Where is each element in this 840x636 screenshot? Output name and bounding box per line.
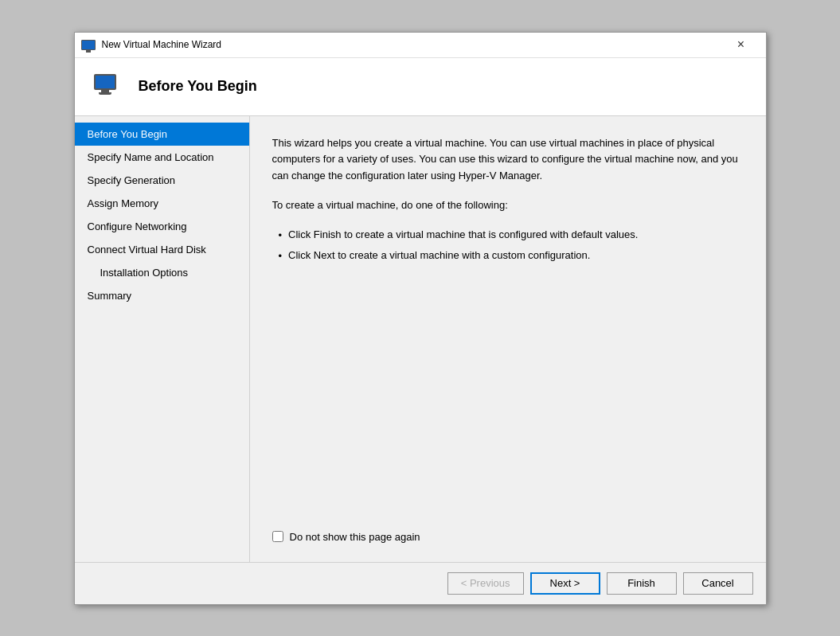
title-bar-left: New Virtual Machine Wizard [81,39,222,50]
bullet-list: • Click Finish to create a virtual machi… [279,227,744,264]
window-icon [81,40,96,50]
wizard-window: New Virtual Machine Wizard × Before You … [74,32,767,605]
bullet-text-1: Click Finish to create a virtual machine… [288,227,638,244]
header-title: Before You Begin [139,78,257,95]
dont-show-label[interactable]: Do not show this page again [290,531,420,543]
bullet-text-2: Click Next to create a virtual machine w… [288,248,590,264]
sidebar-item-specify-generation[interactable]: Specify Generation [75,169,249,192]
main-content: This wizard helps you create a virtual m… [272,135,744,518]
checkbox-area: Do not show this page again [272,518,744,543]
content-area: Before You BeginSpecify Name and Locatio… [75,116,766,562]
bullet-dot-2: • [279,248,283,264]
close-button[interactable]: × [723,32,760,57]
intro-paragraph: This wizard helps you create a virtual m… [272,135,744,185]
next-button[interactable]: Next > [530,572,600,595]
footer-area: < Previous Next > Finish Cancel [75,562,766,604]
window-title: New Virtual Machine Wizard [102,39,222,50]
title-bar: New Virtual Machine Wizard × [75,33,766,58]
sidebar-item-installation-options[interactable]: Installation Options [75,261,249,284]
header-icon [94,74,126,99]
steps-intro: To create a virtual machine, do one of t… [272,197,744,214]
sidebar-item-specify-name[interactable]: Specify Name and Location [75,146,249,169]
finish-button[interactable]: Finish [607,572,677,595]
sidebar-item-before-you-begin[interactable]: Before You Begin [75,123,249,146]
sidebar-item-assign-memory[interactable]: Assign Memory [75,192,249,215]
main-panel: This wizard helps you create a virtual m… [250,116,766,562]
bullet-dot-1: • [279,228,283,244]
header-area: Before You Begin [75,58,766,116]
bullet-item-1: • Click Finish to create a virtual machi… [279,227,744,244]
sidebar-item-summary[interactable]: Summary [75,284,249,307]
sidebar: Before You BeginSpecify Name and Locatio… [75,116,250,562]
sidebar-item-connect-vhd[interactable]: Connect Virtual Hard Disk [75,238,249,261]
previous-button[interactable]: < Previous [447,572,524,595]
bullet-item-2: • Click Next to create a virtual machine… [279,248,744,264]
dont-show-checkbox[interactable] [272,531,283,542]
cancel-button[interactable]: Cancel [683,572,753,595]
sidebar-item-configure-networking[interactable]: Configure Networking [75,215,249,238]
